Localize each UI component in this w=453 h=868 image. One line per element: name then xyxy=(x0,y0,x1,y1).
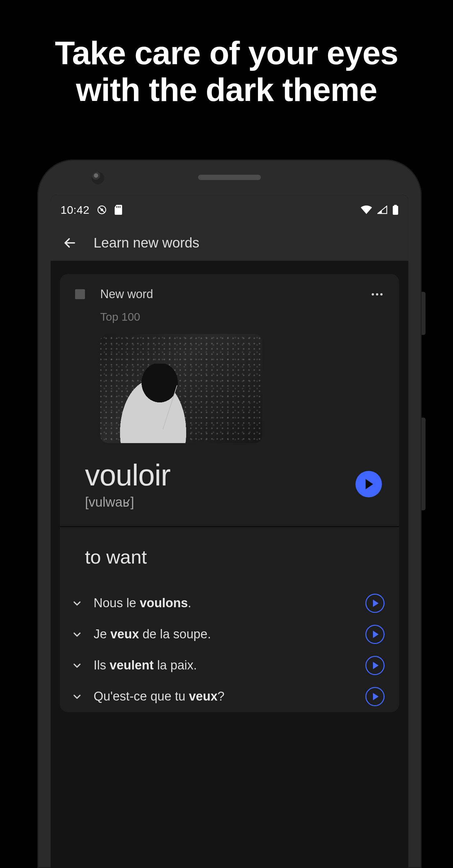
card-more-button[interactable] xyxy=(370,291,384,298)
svg-rect-4 xyxy=(119,206,120,208)
cell-signal-icon xyxy=(377,206,387,214)
marketing-headline: Take care of your eyes with the dark the… xyxy=(31,0,422,108)
svg-rect-2 xyxy=(116,206,117,208)
expand-example-button[interactable] xyxy=(69,657,85,674)
expand-example-button[interactable] xyxy=(69,595,85,611)
word-card: New word Top 100 vouloir xyxy=(60,274,399,712)
phone-screen: 10:42 xyxy=(51,194,408,868)
phone-speaker xyxy=(198,175,261,180)
arrow-left-icon xyxy=(63,236,77,250)
example-sentence: Je veux de la soupe. xyxy=(94,626,357,642)
svg-rect-5 xyxy=(393,206,398,215)
phone-camera-dot xyxy=(92,172,104,184)
play-example-button[interactable] xyxy=(365,687,385,706)
app-bar: Learn new words xyxy=(51,225,408,261)
svg-rect-6 xyxy=(394,205,397,206)
svg-rect-3 xyxy=(118,206,119,208)
play-headword-button[interactable] xyxy=(355,471,382,497)
dnd-icon xyxy=(97,205,107,215)
play-example-button[interactable] xyxy=(365,656,385,675)
example-row: Nous le voulons. xyxy=(69,588,385,619)
phone-power-button xyxy=(422,292,426,335)
example-sentence: Ils veulent la paix. xyxy=(94,657,357,674)
promo-page: Take care of your eyes with the dark the… xyxy=(0,0,453,868)
chevron-down-icon xyxy=(72,629,82,639)
phone-mockup: 10:42 xyxy=(37,159,422,868)
content-scroll[interactable]: New word Top 100 vouloir xyxy=(51,261,408,868)
play-example-button[interactable] xyxy=(365,594,385,613)
chevron-down-icon xyxy=(72,660,82,671)
back-button[interactable] xyxy=(62,235,78,251)
example-row: Je veux de la soupe. xyxy=(69,619,385,650)
chevron-down-icon xyxy=(72,692,82,702)
translation-text: to want xyxy=(60,527,399,571)
example-row: Ils veulent la paix. xyxy=(69,650,385,681)
chevron-down-icon xyxy=(72,598,82,608)
wifi-icon xyxy=(361,206,372,214)
ipa-transcription: [vulwaʁ] xyxy=(85,494,355,509)
sd-card-icon xyxy=(114,205,123,215)
example-sentence: Qu'est-ce que tu veux? xyxy=(94,688,357,705)
battery-icon xyxy=(392,205,398,215)
expand-example-button[interactable] xyxy=(69,626,85,642)
learned-checkbox[interactable] xyxy=(75,289,85,299)
svg-point-1 xyxy=(100,209,103,211)
expand-example-button[interactable] xyxy=(69,689,85,705)
status-bar: 10:42 xyxy=(51,194,408,225)
more-dots-icon xyxy=(371,293,374,296)
play-icon xyxy=(364,478,374,490)
example-row: Qu'est-ce que tu veux? xyxy=(69,681,385,712)
headword: vouloir xyxy=(85,458,355,492)
phone-volume-button xyxy=(422,417,426,510)
card-label: New word xyxy=(100,287,153,301)
play-example-button[interactable] xyxy=(365,625,385,644)
card-collection-label: Top 100 xyxy=(100,310,384,323)
examples-list: Nous le voulons. Je veux de l xyxy=(60,571,399,712)
status-time: 10:42 xyxy=(61,204,90,216)
app-bar-title: Learn new words xyxy=(94,235,199,251)
example-sentence: Nous le voulons. xyxy=(94,595,357,611)
word-thumbnail xyxy=(100,334,262,443)
